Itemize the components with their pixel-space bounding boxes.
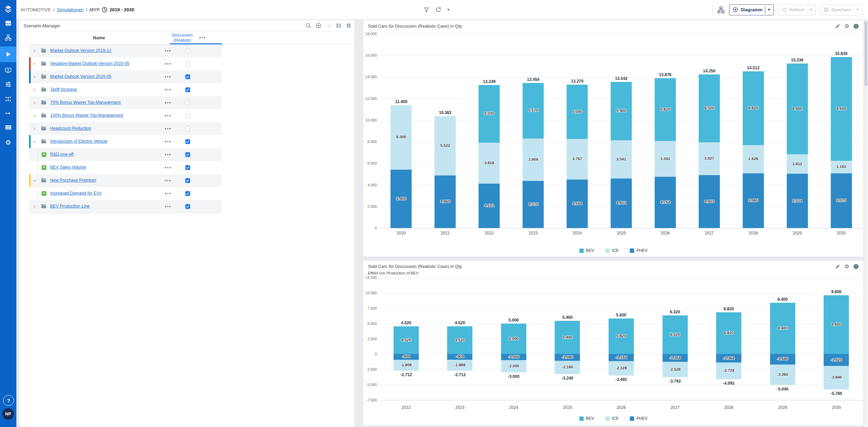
pencil-icon[interactable]: [835, 264, 840, 269]
save-button[interactable]: Speichern: [820, 4, 863, 15]
sidebar-item-model[interactable]: [0, 92, 16, 106]
row-menu-icon[interactable]: [165, 115, 171, 116]
scenario-link[interactable]: Market Outlook Version 2020-05: [50, 74, 111, 79]
sidebar-item-transitions[interactable]: [0, 106, 16, 120]
scenario-checkbox-checked[interactable]: [185, 152, 190, 157]
filter-icon[interactable]: [423, 6, 430, 13]
sidebar-item-admin[interactable]: ⚙: [0, 136, 16, 149]
scenario-link[interactable]: BEV Production Line: [50, 204, 89, 209]
avatar[interactable]: NP: [2, 408, 14, 420]
chevron-right-icon[interactable]: [32, 114, 37, 118]
row-menu-icon[interactable]: [165, 102, 171, 103]
transfer-arrow-icon[interactable]: [326, 23, 332, 29]
scenario-checkbox-checked[interactable]: [185, 165, 190, 170]
chevron-right-icon[interactable]: [32, 88, 37, 92]
hierarchy-icon[interactable]: [717, 6, 725, 14]
row-menu-icon[interactable]: [165, 50, 171, 52]
scenario-checkbox-checked[interactable]: [185, 191, 190, 196]
scenario-link[interactable]: 100% Bonus Waiver Top-Management: [50, 113, 123, 118]
scenario-link[interactable]: Headcount Reduction: [50, 126, 91, 131]
segment-value-label: -904: [444, 354, 475, 358]
scrollbar-thumb[interactable]: [865, 21, 867, 86]
scenario-checkbox-unchecked[interactable]: [185, 48, 190, 53]
sidebar-item-hierarchy[interactable]: [0, 31, 16, 44]
chevron-right-icon[interactable]: [32, 49, 37, 53]
scenario-checkbox-checked[interactable]: [185, 87, 190, 92]
row-menu-icon[interactable]: [165, 154, 171, 155]
scenario-link[interactable]: 70% Bonus Waiver Top-Management: [50, 100, 120, 105]
legend-item-bev[interactable]: BEV: [579, 248, 594, 253]
legend-item-bev[interactable]: BEV: [579, 416, 594, 421]
row-menu-icon[interactable]: [165, 141, 171, 142]
scenario-row: Introduction of Electric Vehicle: [29, 135, 222, 148]
gear-icon[interactable]: ⚙: [844, 24, 849, 29]
scenario-link[interactable]: New Purchase Premium: [50, 178, 96, 183]
sidebar-item-presentation[interactable]: [0, 63, 16, 77]
legend-item-phev[interactable]: PHEV: [630, 248, 648, 253]
sidebar-item-settings-sliders[interactable]: [0, 77, 16, 91]
legend-item-phev[interactable]: PHEV: [630, 416, 648, 421]
chevron-right-icon[interactable]: [32, 101, 37, 105]
help-icon[interactable]: ?: [3, 395, 14, 406]
name-column-header[interactable]: Name: [29, 31, 169, 44]
scenario-checkbox-checked[interactable]: [185, 178, 190, 183]
gear-icon[interactable]: ⚙: [844, 264, 849, 269]
sidebar-item-archive[interactable]: [0, 16, 16, 30]
topbar-center-tools: [423, 0, 450, 19]
legend-item-ice[interactable]: ICE: [605, 248, 619, 253]
add-circle-icon[interactable]: [315, 23, 322, 29]
scenario-link[interactable]: R&D one-off: [50, 152, 74, 157]
scenario-link[interactable]: Negative Market Outlook Version 2020-05: [50, 61, 129, 66]
row-menu-icon[interactable]: [165, 89, 171, 90]
row-menu-icon[interactable]: [165, 63, 171, 65]
row-menu-icon[interactable]: [165, 206, 171, 207]
scenario-checkbox-checked[interactable]: [185, 204, 190, 209]
y-axis-tick: 6.000: [364, 161, 377, 165]
chevron-right-icon[interactable]: [32, 204, 37, 209]
scenario-link[interactable]: Market Outlook Version 2019-12: [50, 48, 111, 53]
chevron-right-icon[interactable]: [32, 62, 37, 66]
time-range[interactable]: 2019 - 2030: [102, 0, 134, 19]
info-icon[interactable]: [853, 24, 859, 29]
scenario-link[interactable]: Tariff Increase: [50, 87, 77, 92]
scenario-checkbox-checked[interactable]: [185, 74, 190, 79]
segment-value-label: 5.820: [606, 334, 637, 338]
caret-down-icon[interactable]: [447, 9, 450, 11]
row-menu-icon[interactable]: [165, 193, 171, 194]
search-icon[interactable]: [305, 23, 311, 29]
legend-item-ice[interactable]: ICE: [605, 416, 619, 421]
scenario-checkbox-unchecked[interactable]: [185, 126, 190, 131]
sidebar-item-simulation[interactable]: [0, 46, 16, 62]
scenario-checkbox-unchecked[interactable]: [185, 113, 190, 118]
sidebar-item-tables[interactable]: [0, 120, 16, 134]
chevron-down-icon[interactable]: [32, 140, 37, 144]
chevron-right-icon[interactable]: [32, 127, 37, 131]
segment-value-label: 5.400: [606, 109, 637, 113]
row-menu-icon[interactable]: [165, 167, 171, 168]
chevron-right-icon[interactable]: [32, 75, 37, 79]
row-menu-icon[interactable]: [165, 76, 171, 77]
column-menu-icon[interactable]: [199, 37, 205, 38]
info-icon[interactable]: [853, 264, 859, 269]
scenario-link[interactable]: Increased Demand for EVs: [50, 191, 101, 196]
scenario-link[interactable]: Introduction of Electric Vehicle: [50, 139, 107, 144]
bar-total-label: 13.249: [473, 79, 506, 84]
scenario-checkbox-unchecked[interactable]: [185, 100, 190, 105]
segment-value-label: 8.400: [782, 106, 813, 111]
breadcrumb-simulations-link[interactable]: Simulationen: [57, 7, 84, 12]
scenario-checkbox-unchecked[interactable]: [185, 61, 190, 66]
discussion-column-header[interactable]: Discussion (Realistic: [166, 33, 199, 43]
list-icon[interactable]: [336, 23, 342, 29]
scenario-link[interactable]: BEV Sales Volume: [50, 165, 86, 170]
chevron-down-icon[interactable]: [32, 179, 37, 183]
scenario-checkbox-checked[interactable]: [185, 139, 190, 144]
row-menu-icon[interactable]: [165, 128, 171, 129]
pencil-icon[interactable]: [835, 24, 840, 29]
bar-total-label: 13.270: [561, 79, 594, 84]
add-diagram-button[interactable]: Diagramm: [729, 4, 774, 15]
refresh-button[interactable]: Refresh: [778, 4, 816, 15]
row-menu-icon[interactable]: [165, 180, 171, 181]
gear-icon[interactable]: ⚙: [346, 23, 351, 29]
folder-icon: [41, 204, 46, 209]
refresh-icon[interactable]: [435, 6, 442, 13]
